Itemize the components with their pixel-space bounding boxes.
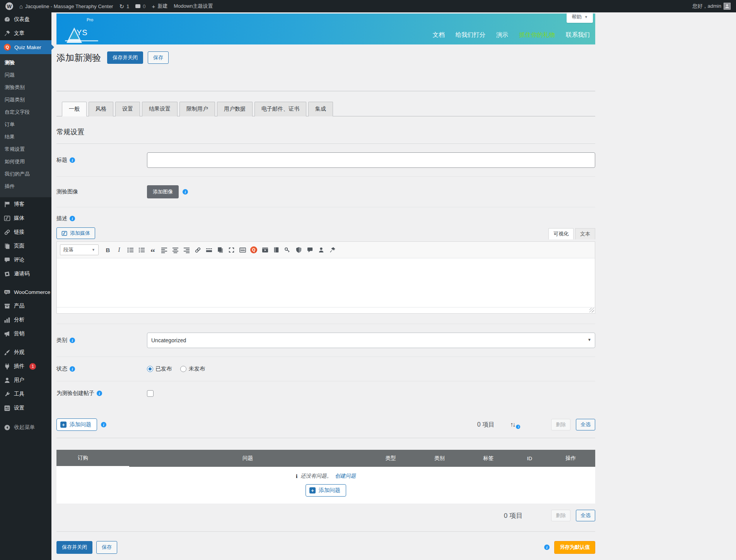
sidebar-item-tools[interactable]: 工具	[0, 387, 51, 401]
quiz-title-input[interactable]	[147, 152, 595, 168]
sidebar-item-blog[interactable]: 博客	[0, 197, 51, 211]
bulleted-list-icon[interactable]	[125, 245, 135, 255]
submenu-item-addons[interactable]: 插件	[0, 180, 51, 193]
italic-button[interactable]: I	[114, 245, 124, 255]
sidebar-item-dashboard[interactable]: 仪表盘	[0, 12, 51, 26]
fullscreen-icon[interactable]	[226, 245, 236, 255]
align-center-icon[interactable]	[170, 245, 180, 255]
sidebar-item-marketing[interactable]: 营销	[0, 327, 51, 341]
page-break-icon[interactable]	[215, 245, 225, 255]
numbered-list-icon[interactable]	[137, 245, 147, 255]
banner-link-gift[interactable]: 抓住你的礼物	[519, 31, 555, 39]
save-button-bottom[interactable]: 保存	[96, 541, 117, 553]
submenu-item-custom-fields[interactable]: 自定义字段	[0, 106, 51, 118]
site-link[interactable]: ⌂ Jacqueline - Massage Theraphy Center	[19, 3, 113, 9]
status-unpublished-radio[interactable]	[180, 366, 186, 372]
tab-settings[interactable]: 设置	[115, 102, 140, 116]
updates-menu[interactable]: ↻ 1	[119, 3, 129, 9]
help-dropdown-button[interactable]: 帮助 ▼	[567, 11, 593, 23]
insert-link-icon[interactable]	[193, 245, 203, 255]
info-icon[interactable]: i	[70, 157, 75, 163]
sidebar-item-plugins[interactable]: 插件 1	[0, 359, 51, 373]
select-all-button-bottom[interactable]: 全选	[576, 510, 595, 521]
tab-user-data[interactable]: 用户数据	[217, 102, 253, 116]
create-question-link[interactable]: 创建问题	[335, 473, 356, 480]
pin-icon[interactable]	[327, 245, 337, 255]
submenu-item-question-categories[interactable]: 问题类别	[0, 94, 51, 106]
tab-limit-users[interactable]: 限制用户	[179, 102, 215, 116]
sidebar-item-appearance[interactable]: 外观	[0, 345, 51, 359]
tab-text-editor[interactable]: 文本	[575, 228, 595, 239]
account-menu[interactable]: 您好，admin	[693, 3, 731, 10]
editor-resize-handle[interactable]	[589, 308, 594, 312]
submenu-item-quiz-categories[interactable]: 测验类别	[0, 81, 51, 94]
add-question-button[interactable]: + 添加问题	[56, 418, 97, 431]
info-icon[interactable]: i	[101, 422, 106, 427]
submenu-item-quizzes[interactable]: 测验	[0, 56, 51, 69]
sidebar-item-comments[interactable]: 评论	[0, 253, 51, 267]
new-content-menu[interactable]: + 新建	[152, 3, 168, 10]
bold-button[interactable]: B	[103, 245, 113, 255]
sidebar-item-links[interactable]: 链接	[0, 225, 51, 239]
quiz-shortcode-icon[interactable]: Q	[249, 245, 259, 255]
sidebar-item-quiz-maker[interactable]: Q Quiz Maker	[0, 40, 51, 54]
submenu-item-orders[interactable]: 订单	[0, 118, 51, 131]
sort-questions-control[interactable]: ↑↓ i	[510, 421, 515, 428]
sidebar-item-media[interactable]: 媒体	[0, 211, 51, 225]
submenu-item-questions[interactable]: 问题	[0, 69, 51, 81]
key-icon[interactable]	[282, 245, 292, 255]
submenu-item-results[interactable]: 结果	[0, 131, 51, 143]
add-question-button-empty-state[interactable]: + 添加问题	[306, 484, 346, 497]
theme-settings-menu[interactable]: Modown主题设置	[174, 3, 213, 10]
description-editor-body[interactable]	[57, 258, 595, 307]
collapse-menu-button[interactable]: 收起菜单	[0, 420, 51, 434]
sidebar-item-products[interactable]: 产品	[0, 299, 51, 313]
sidebar-item-settings[interactable]: 设置	[0, 401, 51, 415]
category-select[interactable]: Uncategorized	[147, 333, 595, 348]
delete-questions-button-bottom[interactable]: 删除	[551, 510, 570, 521]
book-icon[interactable]	[271, 245, 281, 255]
comments-menu[interactable]: 0	[135, 3, 145, 9]
wordpress-logo-menu[interactable]: W	[5, 2, 13, 10]
save-as-default-button[interactable]: 另存为默认值	[554, 541, 595, 553]
comment-icon[interactable]	[305, 245, 315, 255]
align-left-icon[interactable]	[159, 245, 169, 255]
read-more-icon[interactable]	[204, 245, 214, 255]
submenu-item-our-products[interactable]: 我们的产品	[0, 168, 51, 180]
paragraph-format-select[interactable]: 段落 ▼	[60, 244, 99, 255]
banner-link-contact-us[interactable]: 联系我们	[566, 31, 590, 39]
status-published-radio[interactable]	[147, 366, 153, 372]
sidebar-item-woocommerce[interactable]: Woo WooCommerce	[0, 285, 51, 299]
user-icon[interactable]	[316, 245, 326, 255]
info-icon[interactable]: i	[70, 338, 75, 343]
align-right-icon[interactable]	[181, 245, 191, 255]
toolbar-toggle-icon[interactable]	[237, 245, 248, 255]
banner-link-rate-us[interactable]: 给我们打分	[456, 31, 486, 39]
sidebar-item-pages[interactable]: 页面	[0, 239, 51, 253]
submenu-item-general-settings[interactable]: 常规设置	[0, 143, 51, 155]
tab-integrations[interactable]: 集成	[308, 102, 333, 116]
blockquote-icon[interactable]: “	[148, 245, 158, 255]
info-icon[interactable]: i	[544, 545, 550, 550]
save-button-top[interactable]: 保存	[148, 51, 169, 64]
tab-visual-editor[interactable]: 可视化	[548, 228, 574, 239]
submenu-item-how-to-use[interactable]: 如何使用	[0, 155, 51, 168]
save-and-close-button-bottom[interactable]: 保存并关闭	[56, 541, 92, 553]
sidebar-item-users[interactable]: 用户	[0, 373, 51, 387]
video-embed-icon[interactable]	[260, 245, 270, 255]
info-icon[interactable]: i	[70, 216, 75, 221]
add-media-button[interactable]: 添加媒体	[56, 227, 95, 239]
tab-email-certificate[interactable]: 电子邮件、证书	[254, 102, 306, 116]
banner-link-documentation[interactable]: 文档	[433, 31, 445, 39]
sidebar-item-posts[interactable]: 文章	[0, 26, 51, 40]
tab-styles[interactable]: 风格	[89, 102, 113, 116]
info-icon[interactable]: i	[183, 189, 188, 195]
tab-general[interactable]: 一般	[62, 102, 87, 116]
save-and-close-button-top[interactable]: 保存并关闭	[107, 51, 143, 64]
tab-results-settings[interactable]: 结果设置	[142, 102, 178, 116]
sidebar-item-invite-codes[interactable]: 邀请码	[0, 267, 51, 281]
info-icon[interactable]: i	[97, 391, 102, 396]
sidebar-item-analytics[interactable]: 分析	[0, 313, 51, 327]
add-image-button[interactable]: 添加图像	[147, 185, 179, 198]
create-post-checkbox[interactable]	[147, 390, 154, 397]
